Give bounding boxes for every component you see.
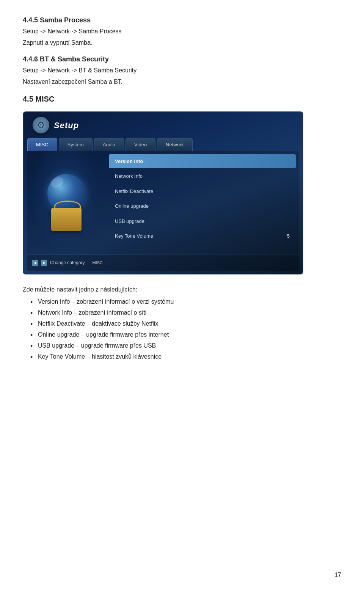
change-category-label: Change category [50, 259, 85, 266]
tab-network[interactable]: Network [157, 138, 193, 151]
bullet-key-tone-volume: Key Tone Volume – hlasitost zvuků kláves… [30, 352, 341, 361]
section-446-description: Nastavení zabezpečení Samba a BT. [23, 77, 341, 86]
menu-item-label: USB upgrade [115, 218, 144, 225]
menu-item-label: Key Tone Volume [115, 232, 153, 240]
menu-item-label: Netflix Deactivate [115, 188, 153, 195]
section-446: 4.4.6 BT & Samba Security Setup -> Netwo… [23, 54, 341, 86]
setup-menu-panel: Version Info Network Info Netflix Deacti… [109, 151, 299, 254]
menu-item-network-info[interactable]: Network Info [109, 169, 296, 183]
menu-item-netflix-deactivate[interactable]: Netflix Deactivate [109, 184, 296, 199]
bullet-network-info: Network Info – zobrazení informací o sít… [30, 308, 341, 317]
menu-item-label: Online upgrade [115, 202, 149, 210]
bullet-version-info: Version Info – zobrazení informací o ver… [30, 297, 341, 306]
bullet-netflix-deactivate: Netflix Deactivate – deaktivace služby N… [30, 319, 341, 328]
bullet-list: Version Info – zobrazení informací o ver… [30, 297, 341, 361]
section-445-subtext: Setup -> Network -> Samba Process [23, 27, 341, 36]
menu-item-label: Version Info [115, 158, 143, 165]
menu-item-version-info[interactable]: Version Info [109, 154, 296, 169]
setup-decorative-image [44, 170, 93, 235]
menu-item-label: Network Info [115, 172, 143, 180]
tab-audio[interactable]: Audio [94, 138, 124, 151]
gear-icon [33, 117, 49, 133]
section-445-description: Zapnutí a vypnutí Samba. [23, 38, 341, 47]
bullet-usb-upgrade: USB upgrade – upgrade firmware přes USB [30, 341, 341, 350]
tab-misc[interactable]: MISC [27, 138, 57, 151]
basket-graphic [51, 208, 82, 231]
category-value-label: MISC [92, 260, 103, 266]
setup-header: Setup [24, 112, 303, 138]
section-445: 4.4.5 Samba Process Setup -> Network -> … [23, 15, 341, 47]
setup-ui-screenshot: Setup MISC System Audio Video Network Ve… [23, 111, 303, 274]
right-arrow-icon[interactable]: ▶ [41, 260, 47, 266]
setup-bottom-bar: ◀ ▶ Change category MISC [27, 255, 299, 271]
setup-title: Setup [54, 119, 79, 132]
left-arrow-icon[interactable]: ◀ [32, 260, 38, 266]
tab-system[interactable]: System [59, 138, 93, 151]
menu-item-value: 5 [287, 232, 290, 240]
menu-item-usb-upgrade[interactable]: USB upgrade [109, 214, 296, 229]
menu-item-key-tone-volume[interactable]: Key Tone Volume 5 [109, 229, 296, 243]
bullet-online-upgrade: Online upgrade – upgrade firmware přes i… [30, 330, 341, 339]
section-445-heading: 4.4.5 Samba Process [23, 15, 341, 25]
page-number: 17 [334, 571, 341, 580]
setup-tabs: MISC System Audio Video Network [24, 138, 303, 151]
section-446-heading: 4.4.6 BT & Samba Security [23, 54, 341, 64]
setup-content: Version Info Network Info Netflix Deacti… [27, 151, 299, 254]
section-45-heading: 4.5 MISC [23, 93, 341, 105]
section-446-subtext: Setup -> Network -> BT & Samba Security [23, 66, 341, 75]
description-intro: Zde můžete nastavit jedno z následujícíc… [23, 285, 341, 294]
tab-video[interactable]: Video [126, 138, 155, 151]
menu-item-online-upgrade[interactable]: Online upgrade [109, 199, 296, 213]
setup-left-panel [27, 151, 109, 254]
